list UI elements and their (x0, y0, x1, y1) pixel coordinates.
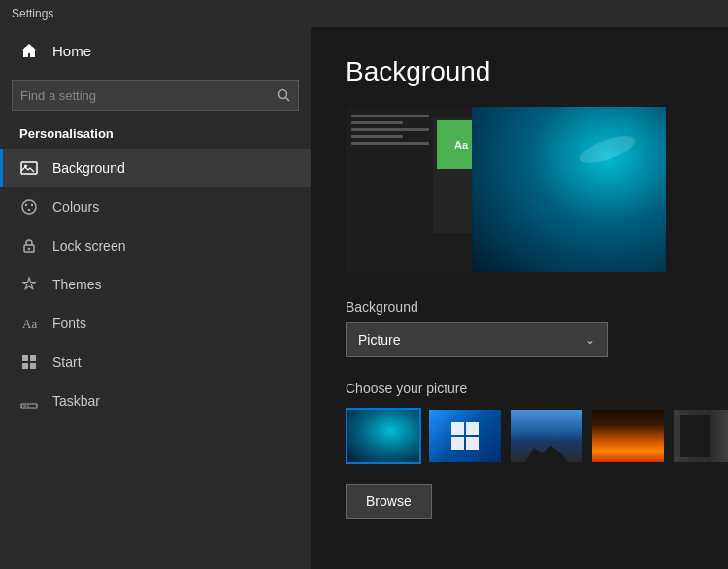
themes-icon (19, 275, 39, 294)
picture-strip (346, 408, 693, 464)
svg-point-4 (22, 200, 36, 214)
thumb-item-windows[interactable] (427, 408, 503, 464)
sidebar-item-colours[interactable]: Colours (0, 187, 311, 226)
sidebar-label-start: Start (52, 354, 82, 370)
svg-rect-13 (22, 363, 28, 369)
home-icon (19, 41, 39, 60)
thumb-sunset-img (592, 410, 664, 462)
search-input[interactable] (13, 88, 269, 103)
dropdown-value: Picture (358, 332, 401, 348)
thumb-item-rocks[interactable] (509, 408, 584, 464)
title-bar: Settings (0, 0, 728, 27)
dropdown-container: Picture ⌄ (346, 322, 608, 357)
sidebar-item-lockscreen[interactable]: Lock screen (0, 226, 311, 265)
preview-line-5 (351, 142, 429, 145)
palette-icon (19, 197, 39, 217)
sidebar-item-background[interactable]: Background (0, 149, 311, 187)
svg-rect-16 (23, 406, 26, 407)
thumb-item-underwater[interactable] (346, 408, 421, 464)
svg-rect-12 (30, 355, 36, 361)
preview-line-2 (351, 121, 403, 124)
browse-button[interactable]: Browse (346, 484, 432, 519)
svg-rect-17 (27, 406, 29, 407)
windows-logo-icon (451, 422, 479, 450)
sidebar-item-themes[interactable]: Themes (0, 265, 311, 304)
sidebar: Home Personalisation Background (0, 27, 311, 569)
sidebar-label-colours: Colours (52, 199, 99, 215)
sidebar-label-lockscreen: Lock screen (52, 238, 125, 253)
choose-picture-label: Choose your picture (346, 381, 693, 396)
sidebar-label-taskbar: Taskbar (52, 393, 100, 409)
search-box[interactable] (12, 80, 299, 111)
svg-line-1 (286, 98, 290, 102)
start-icon (19, 352, 39, 372)
svg-point-7 (28, 209, 30, 211)
svg-text:Aa: Aa (22, 317, 37, 331)
sidebar-item-start[interactable]: Start (0, 343, 311, 382)
main-content: Background Aa (311, 27, 728, 569)
page-title: Background (346, 56, 693, 87)
thumb-item-cliff[interactable] (672, 408, 728, 464)
preview-line-1 (351, 115, 429, 117)
taskbar-icon (19, 391, 39, 411)
svg-point-9 (28, 248, 30, 250)
thumb-rocks-img (511, 410, 582, 462)
search-icon (269, 81, 298, 110)
sidebar-label-fonts: Fonts (52, 316, 86, 331)
lock-icon (19, 236, 39, 255)
svg-point-5 (25, 204, 27, 206)
svg-rect-14 (30, 363, 36, 369)
svg-point-6 (31, 204, 33, 206)
sidebar-label-themes: Themes (52, 277, 102, 292)
preview-line-3 (351, 128, 429, 131)
sidebar-item-fonts[interactable]: Aa Fonts (0, 304, 311, 343)
preview-line-4 (351, 135, 403, 138)
fonts-icon: Aa (19, 314, 39, 333)
thumb-cliff-img (674, 410, 728, 462)
svg-rect-11 (22, 355, 28, 361)
thumb-windows-img (429, 410, 501, 462)
svg-point-0 (279, 90, 287, 99)
app-title: Settings (12, 7, 53, 20)
main-layout: Home Personalisation Background (0, 27, 728, 569)
chevron-down-icon: ⌄ (585, 333, 595, 347)
background-dropdown[interactable]: Picture ⌄ (346, 322, 608, 357)
image-icon (19, 158, 39, 178)
sidebar-section-label: Personalisation (0, 120, 311, 149)
preview-swimmer (472, 107, 666, 272)
sidebar-label-background: Background (52, 160, 125, 176)
home-label: Home (52, 43, 91, 59)
preview-area: Aa (346, 107, 666, 272)
thumb-item-sunset[interactable] (590, 408, 666, 464)
sidebar-home-button[interactable]: Home (0, 27, 311, 74)
preview-bg-image (472, 107, 666, 272)
sidebar-item-taskbar[interactable]: Taskbar (0, 382, 311, 420)
thumb-underwater-img (347, 410, 419, 462)
background-field-label: Background (346, 299, 693, 315)
